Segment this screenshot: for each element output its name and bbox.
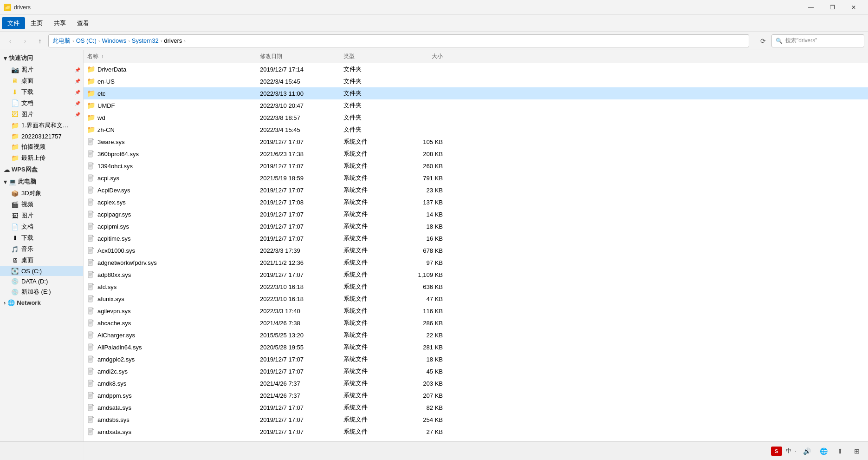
sidebar-item-desktop-quick[interactable]: 🖥 桌面 📌: [0, 75, 83, 86]
sidebar-item-label: DATA (D:): [21, 278, 48, 285]
breadcrumb-system32[interactable]: System32: [132, 37, 159, 44]
table-row[interactable]: 📁 DriverData 2019/12/7 17:14 文件夹: [84, 63, 868, 75]
sidebar-item-layout[interactable]: 📁 1.界面布局和文件夹: [0, 120, 83, 131]
table-row[interactable]: 1394ohci.sys 2019/12/7 17:07 系统文件 260 KB: [84, 160, 868, 172]
refresh-button[interactable]: ⟳: [757, 34, 770, 47]
table-row[interactable]: AiCharger.sys 2015/5/25 13:20 系统文件 22 KB: [84, 329, 868, 341]
table-row[interactable]: amdk8.sys 2021/4/26 7:37 系统文件 203 KB: [84, 377, 868, 389]
file-type: 系统文件: [343, 403, 404, 412]
svg-marker-46: [92, 247, 94, 249]
menu-home[interactable]: 主页: [25, 17, 48, 29]
file-name-text: DriverData: [97, 66, 126, 73]
file-date: 2022/3/8 18:57: [260, 114, 343, 121]
table-row[interactable]: 360bprot64.sys 2021/6/23 17:38 系统文件 208 …: [84, 148, 868, 160]
language-indicator[interactable]: 中: [786, 447, 791, 455]
back-button[interactable]: ‹: [4, 34, 17, 47]
sidebar-item-latest[interactable]: 📁 最新上传: [0, 152, 83, 164]
sidebar-item-documents-quick[interactable]: 📄 文档 📌: [0, 98, 83, 109]
breadcrumb-windows[interactable]: Windows: [102, 37, 126, 44]
table-row[interactable]: 3ware.sys 2019/12/7 17:07 系统文件 105 KB: [84, 136, 868, 148]
svg-marker-81: [92, 332, 94, 333]
file-date: 2019/12/7 17:07: [260, 187, 343, 194]
table-row[interactable]: acpi.sys 2021/5/19 18:59 系统文件 791 KB: [84, 172, 868, 184]
file-date: 2019/12/7 17:07: [260, 271, 343, 278]
sidebar-item-202203[interactable]: 📁 202203121757: [0, 131, 83, 141]
network-header[interactable]: › 🌐 Network: [0, 297, 83, 308]
volume-icon[interactable]: 🔊: [800, 445, 813, 458]
close-button[interactable]: ✕: [843, 0, 864, 15]
menu-view[interactable]: 查看: [71, 17, 95, 29]
table-row[interactable]: afunix.sys 2022/3/10 16:18 系统文件 47 KB: [84, 293, 868, 305]
folder-icon: 🖥: [11, 77, 19, 85]
up-button[interactable]: ↑: [33, 34, 46, 47]
sidebar-item-documents[interactable]: 📄 文档: [0, 221, 83, 232]
sidebar-item-downloads-quick[interactable]: ⬇ 下载 📌: [0, 86, 83, 98]
col-size-header[interactable]: 大小: [404, 53, 450, 60]
folder-icon: 🖼: [11, 212, 19, 219]
col-date-header[interactable]: 修改日期: [260, 53, 343, 60]
table-row[interactable]: AliPaladin64.sys 2020/5/28 19:55 系统文件 28…: [84, 341, 868, 353]
table-row[interactable]: 📁 wd 2022/3/8 18:57 文件夹: [84, 112, 868, 124]
table-row[interactable]: adgnetworkwfpdrv.sys 2021/11/2 12:36 系统文…: [84, 256, 868, 269]
breadcrumb-c[interactable]: OS (C:): [76, 37, 97, 44]
breadcrumb-pc[interactable]: 此电脑: [52, 37, 71, 45]
network-tray-icon[interactable]: 🌐: [817, 445, 830, 458]
table-row[interactable]: Acx01000.sys 2022/3/3 17:39 系统文件 678 KB: [84, 244, 868, 256]
this-pc-header[interactable]: ▾ 💻 此电脑: [0, 176, 83, 188]
table-row[interactable]: 📁 etc 2022/3/13 11:00 文件夹: [84, 87, 868, 99]
quick-access-header[interactable]: ▾ 快速访问: [0, 52, 83, 64]
minimize-button[interactable]: —: [800, 0, 822, 15]
sidebar-item-photos[interactable]: 📷 照片 📌: [0, 64, 83, 75]
sidebar-item-videos[interactable]: 🎬 视频: [0, 199, 83, 210]
table-row[interactable]: acpipagr.sys 2019/12/7 17:07 系统文件 14 KB: [84, 208, 868, 220]
menu-share[interactable]: 共享: [48, 17, 71, 29]
file-header: 名称 ↑ 修改日期 类型 大小: [84, 50, 868, 63]
svg-marker-31: [92, 211, 94, 212]
file-size: 254 KB: [404, 416, 450, 423]
file-date: 2021/4/26 7:37: [260, 380, 343, 387]
table-row[interactable]: afd.sys 2022/3/10 16:18 系统文件 636 KB: [84, 281, 868, 293]
table-row[interactable]: amdppm.sys 2021/4/26 7:37 系统文件 207 KB: [84, 389, 868, 401]
col-name-header[interactable]: 名称 ↑: [84, 53, 260, 60]
maximize-button[interactable]: ❐: [822, 0, 843, 15]
sidebar-item-data-d[interactable]: 💿 DATA (D:): [0, 276, 83, 286]
sidebar-item-downloads[interactable]: ⬇ 下载: [0, 232, 83, 243]
forward-button[interactable]: ›: [19, 34, 32, 47]
table-row[interactable]: adp80xx.sys 2019/12/7 17:07 系统文件 1,109 K…: [84, 269, 868, 281]
table-row[interactable]: acpipmi.sys 2019/12/7 17:07 系统文件 18 KB: [84, 220, 868, 232]
table-row[interactable]: 📁 en-US 2022/3/4 15:45 文件夹: [84, 75, 868, 87]
sidebar-item-music[interactable]: 🎵 音乐: [0, 243, 83, 255]
table-row[interactable]: AcpiDev.sys 2019/12/7 17:07 系统文件 23 KB: [84, 184, 868, 196]
table-row[interactable]: agilevpn.sys 2022/3/3 17:40 系统文件 116 KB: [84, 305, 868, 317]
table-row[interactable]: amdsbs.sys 2019/12/7 17:07 系统文件 254 KB: [84, 414, 868, 426]
table-row[interactable]: 📁 UMDF 2022/3/10 20:47 文件夹: [84, 99, 868, 112]
search-bar[interactable]: 🔍 搜索"drivers": [771, 34, 864, 47]
table-row[interactable]: amdsata.sys 2019/12/7 17:07 系统文件 82 KB: [84, 401, 868, 414]
sys-file-icon: [87, 271, 95, 278]
wps-taskbar-icon[interactable]: S: [771, 447, 782, 456]
menu-file[interactable]: 文件: [2, 17, 25, 29]
file-name-text: 360bprot64.sys: [97, 151, 139, 158]
sidebar-item-pictures-quick[interactable]: 🖼 图片 📌: [0, 109, 83, 120]
folder-icon: 📁: [11, 143, 19, 151]
sidebar-item-new-e[interactable]: 💿 新加卷 (E:): [0, 286, 83, 297]
col-type-header[interactable]: 类型: [343, 53, 404, 60]
sidebar-item-video[interactable]: 📁 拍摄视频: [0, 141, 83, 152]
wps-header[interactable]: ☁ WPS网盘: [0, 164, 83, 176]
table-row[interactable]: acpiex.sys 2019/12/7 17:08 系统文件 137 KB: [84, 196, 868, 208]
table-row[interactable]: 📁 zh-CN 2022/3/4 15:45 文件夹: [84, 124, 868, 136]
upload-icon[interactable]: ⬆: [834, 445, 847, 458]
table-row[interactable]: amdgpio2.sys 2019/12/7 17:07 系统文件 18 KB: [84, 353, 868, 365]
window-title: drivers: [14, 4, 31, 11]
table-row[interactable]: amdxata.sys 2019/12/7 17:07 系统文件 27 KB: [84, 426, 868, 438]
sidebar-item-3d[interactable]: 📦 3D对象: [0, 188, 83, 199]
sidebar-item-os-c[interactable]: 💽 OS (C:): [0, 266, 83, 276]
file-type: 文件夹: [343, 125, 404, 134]
table-row[interactable]: amdi2c.sys 2019/12/7 17:07 系统文件 45 KB: [84, 365, 868, 377]
sidebar-item-desktop[interactable]: 🖥 桌面: [0, 255, 83, 266]
table-row[interactable]: ahcache.sys 2021/4/26 7:38 系统文件 286 KB: [84, 317, 868, 329]
table-row[interactable]: acpitime.sys 2019/12/7 17:07 系统文件 16 KB: [84, 232, 868, 244]
menu-icon[interactable]: ⊞: [850, 445, 863, 458]
file-list: 📁 DriverData 2019/12/7 17:14 文件夹 📁 en-US…: [84, 63, 868, 460]
sidebar-item-pictures[interactable]: 🖼 图片: [0, 210, 83, 221]
